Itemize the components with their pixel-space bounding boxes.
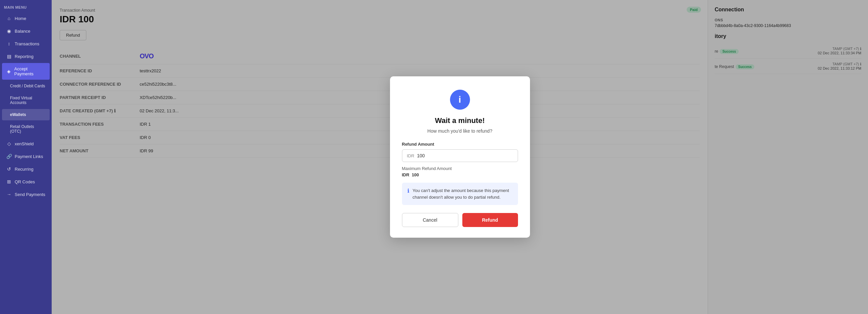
payment-links-icon: 🔗 (6, 154, 12, 159)
modal-title: Wait a minute! (402, 116, 518, 125)
modal-overlay: i Wait a minute! How much you'd like to … (52, 0, 868, 314)
max-refund-label: Maximum Refund Amount (402, 166, 518, 171)
sidebar-item-fixed-virtual[interactable]: Fixed Virtual Accounts (2, 92, 50, 108)
sidebar-item-credit-debit[interactable]: Credit / Debit Cards (2, 80, 50, 92)
sidebar-title: MAIN MENU (0, 0, 52, 12)
sidebar-item-payment-links[interactable]: 🔗 Payment Links (2, 150, 50, 162)
sidebar-item-transactions[interactable]: ↕ Transactions (2, 38, 50, 50)
currency-prefix: IDR (407, 153, 414, 158)
sidebar-item-balance[interactable]: ◉ Balance (2, 25, 50, 37)
reporting-icon: ▤ (6, 54, 12, 59)
send-payments-icon: → (6, 192, 12, 197)
refund-amount-input[interactable] (417, 153, 513, 158)
sidebar-item-qr-codes[interactable]: ⊞ QR Codes (2, 176, 50, 188)
sidebar-item-reporting[interactable]: ▤ Reporting (2, 50, 50, 62)
transactions-icon: ↕ (6, 41, 12, 46)
refund-amount-label: Refund Amount (402, 142, 518, 147)
sidebar: MAIN MENU ⌂ Home ◉ Balance ↕ Transaction… (0, 0, 52, 314)
qr-codes-icon: ⊞ (6, 179, 12, 184)
balance-icon: ◉ (6, 28, 12, 34)
info-box: ℹ You can't adjust the amount because th… (402, 183, 518, 205)
info-box-text: You can't adjust the amount because this… (413, 187, 513, 200)
max-refund-value: IDR 100 (402, 172, 518, 177)
refund-modal: i Wait a minute! How much you'd like to … (390, 76, 530, 238)
modal-actions: Cancel Refund (402, 213, 518, 227)
refund-amount-input-wrap: IDR (402, 149, 518, 162)
sidebar-item-recurring[interactable]: ↺ Recurring (2, 163, 50, 175)
modal-info-icon: i (450, 90, 470, 110)
sidebar-item-home[interactable]: ⌂ Home (2, 12, 50, 24)
home-icon: ⌂ (6, 16, 12, 21)
accept-payments-icon: ◈ (6, 69, 12, 74)
info-icon: ℹ (407, 188, 409, 194)
cancel-button[interactable]: Cancel (402, 213, 458, 227)
recurring-icon: ↺ (6, 166, 12, 172)
xenshield-icon: ◇ (6, 141, 12, 146)
main-content: Paid Transaction Amount IDR 100 Refund C… (52, 0, 868, 314)
sidebar-item-accept-payments[interactable]: ◈ Accept Payments (2, 63, 50, 80)
sidebar-item-send-payments[interactable]: → Send Payments (2, 188, 50, 200)
sidebar-item-ewallets[interactable]: eWallets (2, 109, 50, 120)
sidebar-item-xenshield[interactable]: ◇ xenShield (2, 138, 50, 150)
confirm-refund-button[interactable]: Refund (462, 213, 518, 227)
sidebar-item-retail-outlets[interactable]: Retail Outlets (OTC) (2, 121, 50, 137)
modal-subtitle: How much you'd like to refund? (402, 128, 518, 134)
